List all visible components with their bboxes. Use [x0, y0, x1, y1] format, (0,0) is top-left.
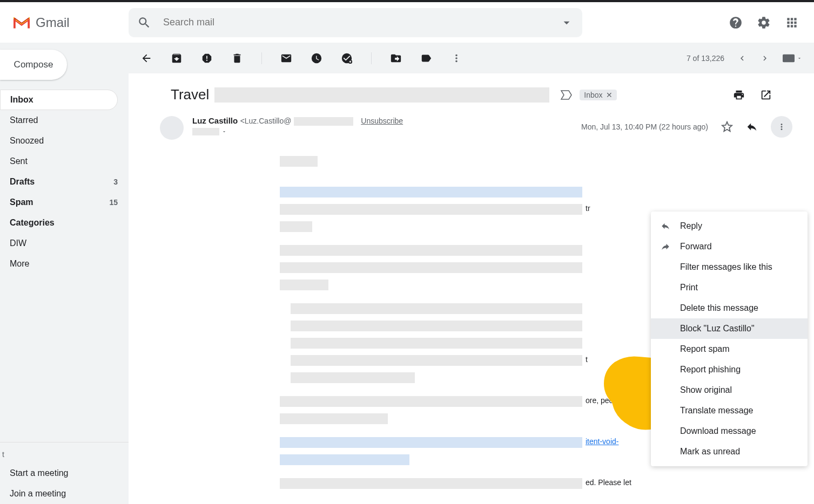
sidebar-item-label: Spam — [10, 197, 33, 207]
menu-forward[interactable]: Forward — [651, 236, 808, 257]
menu-download[interactable]: Download message — [651, 421, 808, 441]
search-dropdown-icon[interactable] — [560, 16, 574, 30]
search-icon[interactable] — [137, 16, 151, 30]
spam-count: 15 — [109, 198, 118, 207]
snooze-icon[interactable] — [311, 52, 322, 64]
search-input[interactable] — [151, 17, 560, 28]
subject: Travel — [171, 86, 549, 103]
timestamp: Mon, Jul 13, 10:40 PM (22 hours ago) — [581, 122, 708, 131]
menu-report-spam[interactable]: Report spam — [651, 339, 808, 359]
archive-icon[interactable] — [171, 52, 183, 64]
menu-filter[interactable]: Filter messages like this — [651, 257, 808, 277]
menu-label: Download message — [680, 426, 756, 436]
chevron-down-icon — [221, 129, 227, 134]
sidebar-item-spam[interactable]: Spam 15 — [0, 192, 129, 213]
message-panel: Travel Inbox ✕ — [129, 73, 814, 504]
open-new-window-icon[interactable] — [760, 89, 772, 101]
menu-reply[interactable]: Reply — [651, 216, 808, 236]
menu-label: Block "Luz Castillo" — [680, 324, 755, 333]
menu-label: Print — [680, 283, 698, 292]
menu-translate[interactable]: Translate message — [651, 400, 808, 421]
back-icon[interactable] — [140, 52, 152, 64]
input-tools[interactable] — [783, 54, 802, 63]
app-name: Gmail — [36, 15, 70, 30]
compose-button[interactable]: Compose — [0, 50, 67, 80]
toolbar-left — [140, 52, 462, 64]
search-container[interactable] — [129, 8, 582, 37]
more-icon[interactable] — [450, 52, 462, 64]
meet-section: t Start a meeting Join a meeting — [0, 442, 129, 504]
menu-show-original[interactable]: Show original — [651, 380, 808, 400]
menu-block[interactable]: Block "Luz Castillo" — [651, 318, 808, 339]
close-icon[interactable]: ✕ — [606, 91, 613, 99]
print-icon[interactable] — [733, 89, 745, 101]
sidebar-item-sent[interactable]: Sent — [0, 151, 129, 172]
message-more-menu: Reply Forward Filter messages like this … — [651, 212, 808, 466]
unsubscribe-link[interactable]: Unsubscribe — [361, 117, 403, 125]
menu-report-phishing[interactable]: Report phishing — [651, 359, 808, 380]
start-meeting-button[interactable]: Start a meeting — [0, 463, 129, 483]
settings-icon[interactable] — [757, 16, 771, 30]
menu-label: Show original — [680, 385, 732, 395]
main-container: Compose Inbox Starred Snoozed Sent Draft… — [0, 43, 814, 504]
meet-label: t — [0, 450, 129, 459]
move-to-icon[interactable] — [390, 52, 402, 64]
report-spam-icon[interactable] — [201, 52, 213, 64]
sidebar-item-drafts[interactable]: Drafts 3 — [0, 172, 129, 192]
sidebar-item-inbox[interactable]: Inbox — [0, 90, 118, 110]
pagination-text: 7 of 13,226 — [687, 54, 724, 63]
content: 7 of 13,226 — [129, 43, 814, 504]
mark-unread-icon[interactable] — [280, 52, 292, 64]
sidebar-item-label: More — [10, 259, 29, 269]
apps-icon[interactable] — [785, 16, 799, 30]
sidebar-item-label: Starred — [10, 115, 38, 125]
forward-icon — [661, 242, 670, 251]
menu-label: Delete this message — [680, 303, 758, 313]
to-line[interactable] — [192, 128, 581, 135]
delete-icon[interactable] — [231, 52, 243, 64]
more-vertical-icon — [777, 122, 786, 132]
menu-delete[interactable]: Delete this message — [651, 298, 808, 318]
sender-row: Luz Castillo <Luz.Castillo@ Unsubscribe … — [129, 111, 814, 145]
add-task-icon[interactable] — [341, 52, 353, 64]
menu-label: Report phishing — [680, 365, 741, 374]
redacted-recipient — [192, 128, 219, 135]
message-more-button[interactable] — [771, 116, 792, 138]
avatar[interactable] — [160, 116, 184, 140]
star-icon[interactable] — [721, 121, 733, 133]
sidebar-item-diw[interactable]: DIW — [0, 233, 129, 254]
divider — [261, 52, 262, 64]
menu-label: Reply — [680, 221, 702, 231]
keyboard-icon — [783, 54, 795, 63]
support-icon[interactable] — [729, 16, 743, 30]
menu-label: Mark as unread — [680, 447, 740, 457]
menu-mark-unread[interactable]: Mark as unread — [651, 441, 808, 462]
join-meeting-button[interactable]: Join a meeting — [0, 483, 129, 504]
menu-label: Translate message — [680, 406, 753, 416]
subject-actions — [733, 89, 772, 101]
subject-text: Travel — [171, 86, 209, 103]
labels-icon[interactable] — [420, 52, 432, 64]
prev-icon[interactable] — [737, 53, 747, 63]
reply-icon — [661, 221, 670, 231]
sidebar-item-label: Snoozed — [10, 136, 44, 146]
sidebar-item-starred[interactable]: Starred — [0, 110, 129, 131]
sidebar-item-label: Drafts — [10, 177, 35, 187]
reply-icon[interactable] — [746, 121, 758, 133]
menu-label: Filter messages like this — [680, 262, 772, 272]
menu-print[interactable]: Print — [651, 277, 808, 298]
sidebar-item-snoozed[interactable]: Snoozed — [0, 131, 129, 151]
sender-email: <Luz.Castillo@ — [240, 117, 292, 125]
divider — [371, 52, 372, 64]
inbox-label-chip[interactable]: Inbox ✕ — [580, 90, 616, 100]
important-marker-icon[interactable] — [560, 90, 573, 100]
gmail-logo[interactable]: Gmail — [12, 15, 70, 31]
sidebar-item-categories[interactable]: Categories — [0, 213, 129, 233]
sidebar-item-more[interactable]: More — [0, 254, 129, 274]
sender-name: Luz Castillo — [192, 116, 238, 125]
body-fragment: ed. Please let — [586, 478, 631, 491]
next-icon[interactable] — [760, 53, 770, 63]
toolbar-right: 7 of 13,226 — [687, 53, 802, 63]
redacted-email — [294, 117, 353, 126]
toolbar: 7 of 13,226 — [129, 43, 814, 73]
